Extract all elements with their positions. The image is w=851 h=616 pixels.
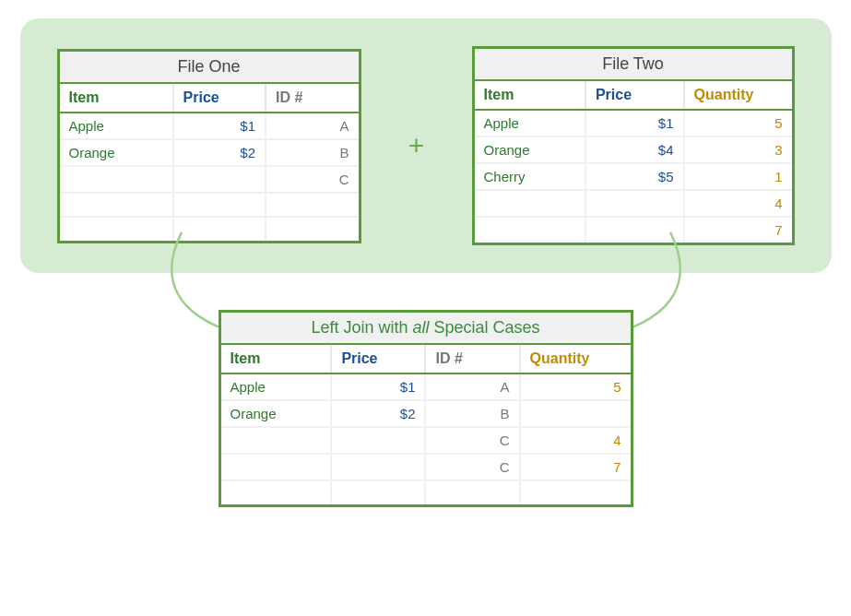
cell-id xyxy=(425,480,519,504)
cell-price xyxy=(173,193,266,217)
cell-item: Orange xyxy=(60,139,173,166)
cell-qty xyxy=(520,480,631,504)
cell-item: Cherry xyxy=(475,163,585,190)
plus-icon: + xyxy=(399,130,434,161)
cell-price xyxy=(585,190,684,217)
table-row: Cherry $5 1 xyxy=(475,163,792,190)
table-row: Orange $2 B xyxy=(221,400,631,427)
col-header-item: Item xyxy=(475,81,585,110)
result-area: Left Join with all Special Cases Item Pr… xyxy=(20,310,832,507)
table-row: 7 xyxy=(475,217,792,243)
table-row: C 4 xyxy=(221,427,631,454)
cell-item: Apple xyxy=(60,113,173,139)
cell-qty: 5 xyxy=(520,373,631,400)
cell-price xyxy=(173,217,266,241)
table-row: C xyxy=(60,166,359,193)
file-one-grid: Item Price ID # Apple $1 A Orange $2 B xyxy=(60,84,359,241)
cell-qty: 7 xyxy=(684,217,792,243)
cell-id xyxy=(266,217,358,241)
cell-qty: 1 xyxy=(684,163,792,190)
result-table: Left Join with all Special Cases Item Pr… xyxy=(219,310,633,507)
result-grid: Item Price ID # Quantity Apple $1 A 5 Or… xyxy=(221,345,631,504)
cell-price: $1 xyxy=(585,110,684,136)
cell-price xyxy=(585,217,684,243)
cell-price: $1 xyxy=(331,373,425,400)
cell-item xyxy=(475,190,585,217)
cell-item xyxy=(60,193,173,217)
cell-price xyxy=(173,166,266,193)
table-row: Apple $1 A 5 xyxy=(221,373,631,400)
cell-item: Orange xyxy=(475,136,585,163)
cell-item xyxy=(60,166,173,193)
table-row: Apple $1 5 xyxy=(475,110,792,136)
cell-qty xyxy=(520,400,631,427)
cell-id: C xyxy=(266,166,358,193)
cell-price xyxy=(331,480,425,504)
cell-item: Orange xyxy=(221,400,332,427)
cell-price: $2 xyxy=(331,400,425,427)
col-header-price: Price xyxy=(173,84,266,113)
title-text-pre: Left Join with xyxy=(311,318,412,337)
file-two-title: File Two xyxy=(475,49,792,81)
col-header-price: Price xyxy=(331,345,425,373)
file-two-grid: Item Price Quantity Apple $1 5 Orange $4… xyxy=(475,81,792,243)
col-header-item: Item xyxy=(221,345,332,373)
cell-item xyxy=(221,480,332,504)
cell-id: A xyxy=(425,373,519,400)
cell-qty: 3 xyxy=(684,136,792,163)
cell-item xyxy=(221,454,332,480)
table-row: C 7 xyxy=(221,454,631,480)
col-header-id: ID # xyxy=(266,84,358,113)
table-row: Apple $1 A xyxy=(60,113,359,139)
title-text-post: Special Cases xyxy=(430,318,540,337)
cell-id: C xyxy=(425,454,519,480)
col-header-item: Item xyxy=(60,84,173,113)
cell-item xyxy=(60,217,173,241)
cell-price: $5 xyxy=(585,163,684,190)
table-row: 4 xyxy=(475,190,792,217)
file-one-table: File One Item Price ID # Apple $1 A xyxy=(57,49,361,243)
cell-qty: 4 xyxy=(684,190,792,217)
cell-id xyxy=(266,193,358,217)
title-text-em: all xyxy=(412,318,429,337)
cell-id: B xyxy=(425,400,519,427)
cell-price xyxy=(331,427,425,454)
cell-price: $4 xyxy=(585,136,684,163)
cell-id: B xyxy=(266,139,358,166)
table-row: Orange $4 3 xyxy=(475,136,792,163)
table-row xyxy=(60,217,359,241)
cell-qty: 5 xyxy=(684,110,792,136)
diagram-container: File One Item Price ID # Apple $1 A xyxy=(20,18,832,507)
col-header-price: Price xyxy=(585,81,684,110)
cell-item xyxy=(475,217,585,243)
source-tables-panel: File One Item Price ID # Apple $1 A xyxy=(20,18,832,273)
file-one-title: File One xyxy=(60,52,359,84)
cell-qty: 4 xyxy=(520,427,631,454)
cell-price xyxy=(331,454,425,480)
result-title: Left Join with all Special Cases xyxy=(221,313,631,345)
cell-id: C xyxy=(425,427,519,454)
col-header-quantity: Quantity xyxy=(520,345,631,373)
cell-item: Apple xyxy=(221,373,332,400)
cell-price: $1 xyxy=(173,113,266,139)
cell-qty: 7 xyxy=(520,454,631,480)
col-header-quantity: Quantity xyxy=(684,81,792,110)
cell-id: A xyxy=(266,113,358,139)
cell-price: $2 xyxy=(173,139,266,166)
table-row: Orange $2 B xyxy=(60,139,359,166)
table-row xyxy=(221,480,631,504)
file-two-table: File Two Item Price Quantity Apple $1 5 xyxy=(472,46,795,245)
col-header-id: ID # xyxy=(425,345,519,373)
cell-item xyxy=(221,427,332,454)
cell-item: Apple xyxy=(475,110,585,136)
table-row xyxy=(60,193,359,217)
